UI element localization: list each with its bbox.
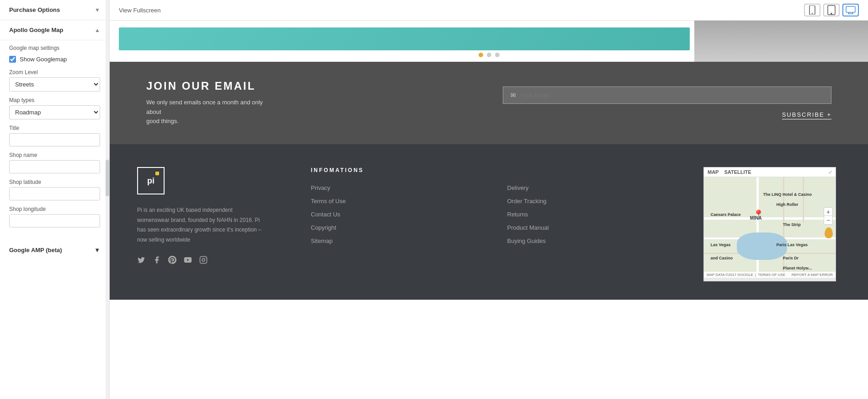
slider-dot-1[interactable] <box>479 53 483 57</box>
email-input-wrap: ✉ <box>503 86 832 104</box>
google-map-settings-label: Google map settings <box>9 45 100 51</box>
zoom-level-select[interactable]: Streets City Region World <box>9 77 100 92</box>
footer-right: MAP SATELLITE ⤢ <box>703 167 841 281</box>
footer-nav-sitemap[interactable]: Sitemap <box>311 237 489 244</box>
shop-name-group: Shop name Mina <box>9 152 100 173</box>
svg-point-3 <box>831 13 832 14</box>
subscribe-button[interactable]: SUBSCRIBE + <box>782 111 831 119</box>
email-icon: ✉ <box>511 92 516 99</box>
slider-dots <box>479 53 500 57</box>
pinterest-icon[interactable] <box>168 256 176 266</box>
google-amp-label: Google AMP (beta) <box>9 247 62 253</box>
footer-nav-grid: Privacy Delivery Terms of Use Order Trac… <box>311 184 685 244</box>
footer-nav-contact[interactable]: Contact Us <box>311 211 489 218</box>
title-input[interactable]: Visit our shop <box>9 133 100 146</box>
top-bar: View Fullscreen <box>110 0 868 21</box>
footer-nav-copyright[interactable]: Copyright <box>311 224 489 231</box>
footer-section: pi Pi is an exciting UK based independen… <box>110 144 868 300</box>
shop-latitude-input[interactable]: 36.114647 <box>9 187 100 200</box>
map-zoom-out[interactable]: − <box>824 216 832 224</box>
map-tab-map[interactable]: MAP <box>708 169 719 175</box>
google-amp-section: Google AMP (beta) ▼ <box>0 240 109 260</box>
show-googlemap-checkbox[interactable] <box>9 56 16 63</box>
slider-dot-3[interactable] <box>495 53 500 57</box>
twitter-icon[interactable] <box>137 256 145 266</box>
google-map-settings-panel: Google map settings Show Googlemap Zoom … <box>0 40 109 240</box>
email-subtitle: We only send emails once a month and onl… <box>146 98 274 126</box>
slider-section <box>110 21 868 62</box>
map-zoom-in[interactable]: + <box>824 208 832 216</box>
map-types-select[interactable]: Roadmap Satellite Hybrid Terrain <box>9 105 100 119</box>
slider-dot-2[interactable] <box>487 53 491 57</box>
svg-point-9 <box>202 259 205 261</box>
footer-nav-returns[interactable]: Returns <box>507 211 686 218</box>
map-types-group: Map types Roadmap Satellite Hybrid Terra… <box>9 97 100 119</box>
shop-longitude-input[interactable]: -115.172813 <box>9 214 100 227</box>
email-right: ✉ SUBSCRIBE + <box>503 86 832 119</box>
map-container: MAP SATELLITE ⤢ <box>703 167 836 281</box>
main-content: View Fullscreen <box>110 0 868 399</box>
footer-nav-privacy[interactable]: Privacy <box>311 184 489 191</box>
apollo-google-map-label: Apollo Google Map <box>9 27 63 33</box>
email-left: JOIN OUR EMAIL We only send emails once … <box>146 80 475 126</box>
shop-latitude-label: Shop latitude <box>9 179 100 185</box>
footer-left: pi Pi is an exciting UK based independen… <box>137 167 265 266</box>
facebook-icon[interactable] <box>153 256 161 266</box>
shop-longitude-group: Shop longitude -115.172813 <box>9 206 100 227</box>
view-fullscreen-link[interactable]: View Fullscreen <box>119 7 161 14</box>
google-amp-toggle[interactable]: Google AMP (beta) ▼ <box>9 247 100 253</box>
apollo-google-map-section: Apollo Google Map ▲ <box>0 20 109 40</box>
map-expand-icon[interactable]: ⤢ <box>828 170 832 175</box>
footer-nav-terms[interactable]: Terms of Use <box>311 198 489 205</box>
device-tablet-icon[interactable] <box>823 4 840 16</box>
map-pin: 📍 <box>753 209 764 220</box>
scrollbar-track <box>106 0 109 399</box>
map-report-link[interactable]: REPORT A MAP ERROR <box>792 273 833 277</box>
email-section: JOIN OUR EMAIL We only send emails once … <box>110 62 868 144</box>
show-googlemap-label: Show Googlemap <box>20 56 67 63</box>
footer-nav-buying-guides[interactable]: Buying Guides <box>507 237 686 244</box>
shop-longitude-label: Shop longitude <box>9 206 100 212</box>
sidebar: Purchase Options ▼ Apollo Google Map ▲ G… <box>0 0 110 399</box>
svg-point-10 <box>205 258 206 259</box>
map-top-bar: MAP SATELLITE ⤢ <box>704 167 836 177</box>
device-desktop-icon[interactable] <box>842 4 859 16</box>
map-terms-link[interactable]: TERMS OF USE <box>758 273 785 277</box>
purchase-options-chevron: ▼ <box>95 7 100 13</box>
svg-rect-8 <box>200 257 207 264</box>
instagram-icon[interactable] <box>199 256 208 266</box>
footer-nav-delivery[interactable]: Delivery <box>507 184 686 191</box>
email-input[interactable] <box>521 92 824 99</box>
footer-nav-product-manual[interactable]: Product Manual <box>507 224 686 231</box>
footer-description: Pi is an exciting UK based independent w… <box>137 205 265 245</box>
map-tab-satellite[interactable]: SATELLITE <box>724 169 751 175</box>
amp-chevron: ▼ <box>94 247 100 253</box>
footer-nav-title: INFOMATIONS <box>311 167 685 173</box>
map-footer-bar: MAP DATA ©2017 GOOGLE | TERMS OF USE REP… <box>704 272 836 278</box>
purchase-options-section: Purchase Options ▼ <box>0 0 109 20</box>
device-mobile-icon[interactable] <box>804 4 820 16</box>
preview-area: JOIN OUR EMAIL We only send emails once … <box>110 21 868 399</box>
map-body[interactable]: Caesars Palace The LINQ Hotel & Casino H… <box>704 177 836 278</box>
email-title: JOIN OUR EMAIL <box>146 80 475 92</box>
title-group: Title Visit our shop <box>9 125 100 146</box>
map-data-text: MAP DATA ©2017 GOOGLE <box>707 273 753 277</box>
scrollbar-thumb[interactable] <box>106 160 109 196</box>
device-icons-group <box>804 4 859 16</box>
footer-middle: INFOMATIONS Privacy Delivery Terms of Us… <box>283 167 685 244</box>
youtube-icon[interactable] <box>184 256 192 266</box>
logo-dot <box>155 172 159 175</box>
apollo-google-map-toggle[interactable]: Apollo Google Map ▲ <box>9 27 100 33</box>
title-label: Title <box>9 125 100 131</box>
footer-logo: pi <box>137 167 165 194</box>
zoom-level-group: Zoom Level Streets City Region World <box>9 69 100 92</box>
show-googlemap-row: Show Googlemap <box>9 56 100 63</box>
svg-rect-4 <box>846 6 855 12</box>
social-icons <box>137 256 265 266</box>
purchase-options-toggle[interactable]: Purchase Options ▼ <box>9 6 100 13</box>
footer-nav-order-tracking[interactable]: Order Tracking <box>507 198 686 205</box>
map-pegman[interactable] <box>825 227 833 238</box>
shop-name-label: Shop name <box>9 152 100 158</box>
apollo-chevron: ▲ <box>95 27 100 33</box>
shop-name-input[interactable]: Mina <box>9 160 100 173</box>
